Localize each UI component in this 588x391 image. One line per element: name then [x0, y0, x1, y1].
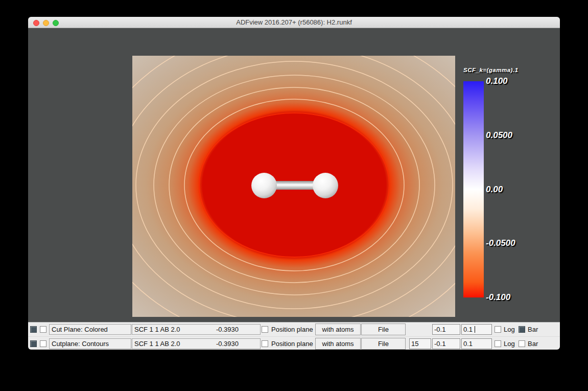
position-plane-label: Position plane	[271, 326, 313, 333]
plane-type-field[interactable]: Cut Plane: Colored	[49, 324, 131, 335]
title-bar[interactable]: ADFview 2016.207+ (r56086): H2.runkf	[28, 17, 560, 28]
bar-checkbox[interactable]	[519, 326, 525, 333]
num-contours-input[interactable]: 15	[409, 338, 431, 349]
file-button[interactable]: File	[361, 324, 406, 335]
colorbar-tick: 0.00	[486, 185, 503, 195]
screen: ADFview 2016.207+ (r56086): H2.runkf	[0, 0, 588, 391]
hydrogen-atom	[251, 173, 277, 198]
field-toggle-checkbox[interactable]	[30, 326, 37, 333]
hydrogen-atom	[313, 173, 338, 198]
min-value-input[interactable]: -0.1	[432, 324, 460, 335]
field-source: SCF 1 1 AB 2.0	[134, 340, 180, 349]
with-atoms-button[interactable]: with atoms	[315, 324, 361, 335]
colorbar	[463, 81, 484, 297]
colorbar-tick: 0.100	[486, 76, 508, 86]
field-value: -0.3930	[216, 326, 239, 334]
field-source-field[interactable]: SCF 1 1 AB 2.0 -0.3930	[132, 338, 261, 349]
cutplane-control-panel: Cut Plane: Colored SCF 1 1 AB 2.0 -0.393…	[28, 322, 560, 350]
secondary-toggle-checkbox[interactable]	[40, 326, 46, 333]
window-title: ADFview 2016.207+ (r56086): H2.runkf	[28, 18, 560, 26]
colorbar-tick: 0.0500	[486, 130, 512, 141]
file-button[interactable]: File	[361, 338, 406, 350]
secondary-toggle-checkbox[interactable]	[40, 340, 46, 347]
adfview-window: ADFview 2016.207+ (r56086): H2.runkf	[28, 17, 560, 350]
render-viewport[interactable]: SCF_k=(gamma).1 0.100 0.0500 0.00 -0.050…	[28, 28, 560, 322]
log-label: Log	[504, 340, 515, 348]
bar-label: Bar	[528, 326, 538, 333]
cut-plane[interactable]	[132, 56, 455, 317]
field-toggle-checkbox[interactable]	[30, 340, 37, 347]
plane-type-field[interactable]: Cutplane: Contours	[49, 338, 131, 349]
max-value-input[interactable]: 0.1	[461, 338, 492, 349]
cutplane-contours-row: Cutplane: Contours SCF 1 1 AB 2.0 -0.393…	[28, 336, 560, 350]
bar-checkbox[interactable]	[519, 340, 525, 347]
colorbar-tick: -0.100	[486, 292, 510, 303]
min-value-input[interactable]: -0.1	[432, 338, 460, 349]
log-checkbox[interactable]	[495, 326, 501, 333]
cutplane-colored-row: Cut Plane: Colored SCF 1 1 AB 2.0 -0.393…	[28, 323, 560, 336]
colorbar-tick: -0.0500	[486, 238, 515, 248]
position-plane-label: Position plane	[271, 340, 313, 348]
colorbar-title: SCF_k=(gamma).1	[463, 67, 545, 73]
bar-label: Bar	[528, 340, 538, 348]
field-source: SCF 1 1 AB 2.0	[134, 326, 180, 334]
field-source-field[interactable]: SCF 1 1 AB 2.0 -0.3930	[132, 324, 261, 335]
field-value: -0.3930	[216, 340, 239, 349]
max-value: 0.1	[463, 326, 473, 333]
text-caret	[475, 326, 475, 333]
log-checkbox[interactable]	[495, 340, 501, 347]
position-plane-checkbox[interactable]	[262, 340, 268, 347]
position-plane-checkbox[interactable]	[262, 326, 268, 333]
log-label: Log	[504, 326, 515, 333]
with-atoms-button[interactable]: with atoms	[315, 338, 361, 350]
max-value-input[interactable]: 0.1	[461, 324, 492, 335]
